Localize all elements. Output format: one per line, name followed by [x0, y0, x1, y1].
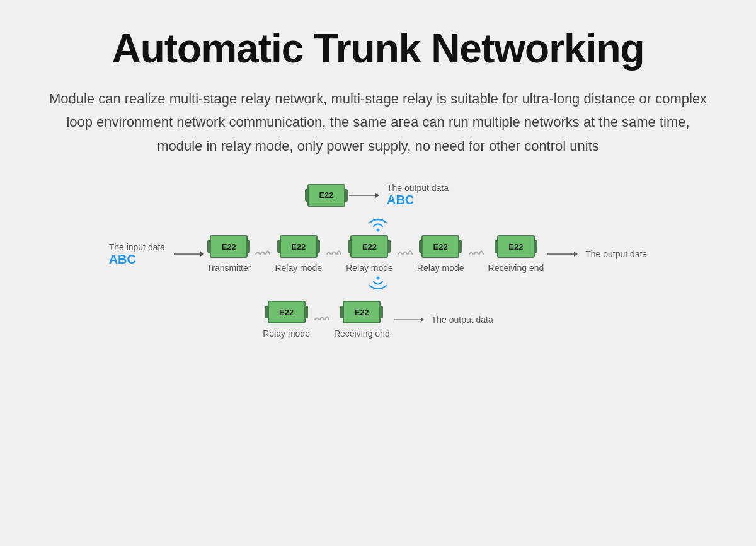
- wave-svg-bottom: [312, 313, 331, 326]
- node-relay-2: E22 Relay mode: [346, 235, 393, 273]
- wave-svg-1: [253, 248, 272, 260]
- wave-2: [324, 248, 343, 260]
- wifi-up-icon: [367, 214, 389, 233]
- svg-point-7: [377, 277, 380, 280]
- input-text: The input data: [109, 242, 166, 252]
- node-relay-1: E22 Relay mode: [275, 235, 322, 273]
- top-row: E22 The output data ABC: [307, 183, 449, 207]
- wave-bottom: [312, 313, 331, 326]
- description-text: Module can realize multi-stage relay net…: [47, 87, 709, 158]
- node-transmitter: E22 Transmitter: [207, 235, 251, 273]
- input-abc: ABC: [109, 252, 136, 267]
- module-receiving-end: E22: [497, 235, 535, 258]
- wifi-up-svg: [367, 214, 389, 233]
- wave-svg-2: [324, 248, 343, 260]
- node-relay-3: E22 Relay mode: [417, 235, 464, 273]
- wave-4: [467, 248, 486, 260]
- top-module-group: E22: [307, 184, 345, 207]
- wave-3: [396, 248, 415, 260]
- module-transmitter: E22: [210, 235, 248, 258]
- wifi-down-svg: [367, 276, 389, 294]
- middle-output-text: The output data: [585, 249, 647, 259]
- svg-marker-6: [574, 252, 578, 257]
- input-label: The input data ABC: [109, 242, 166, 267]
- page-title: Automatic Trunk Networking: [112, 25, 644, 72]
- label-transmitter: Transmitter: [207, 263, 251, 273]
- svg-marker-4: [200, 252, 204, 257]
- wave-svg-3: [396, 248, 415, 260]
- diagram-area: E22 The output data ABC The input data A…: [38, 183, 718, 339]
- module-relay-2: E22: [350, 235, 388, 258]
- svg-marker-9: [421, 318, 424, 322]
- label-bottom-relay: Relay mode: [263, 328, 310, 339]
- top-output-text: The output data: [387, 183, 449, 193]
- node-receiving-end: E22 Receiving end: [488, 235, 544, 273]
- arrow-icon: [348, 190, 379, 201]
- wifi-down-icon: [367, 276, 389, 294]
- top-arrow: [348, 190, 379, 201]
- bottom-output-text: The output data: [432, 315, 493, 325]
- module-relay-3: E22: [421, 235, 459, 258]
- svg-marker-1: [375, 193, 379, 198]
- arrow-out-icon: [546, 248, 578, 260]
- module-bottom-relay: E22: [268, 301, 306, 323]
- label-relay-3: Relay mode: [417, 263, 464, 273]
- arrow-bottom-out-icon: [392, 314, 424, 325]
- arrow-in-icon: [173, 248, 204, 260]
- svg-point-2: [377, 229, 380, 232]
- middle-output-label: The output data: [585, 249, 647, 259]
- top-output-label: The output data ABC: [387, 183, 449, 207]
- top-output-data: ABC: [387, 193, 414, 207]
- module-relay-1: E22: [280, 235, 318, 258]
- bottom-row: E22 Relay mode E22 Receiving end The ou: [263, 301, 493, 339]
- middle-row: The input data ABC E22 Transmitter E22: [109, 235, 648, 273]
- wave-1: [253, 248, 272, 260]
- arrow-in: [173, 248, 204, 260]
- top-module: E22: [307, 184, 345, 207]
- arrow-bottom-out: [392, 314, 424, 325]
- node-bottom-relay: E22 Relay mode: [263, 301, 310, 339]
- label-bottom-receiving: Receiving end: [334, 328, 390, 339]
- label-relay-2: Relay mode: [346, 263, 393, 273]
- wave-svg-4: [467, 248, 486, 260]
- arrow-out: [546, 248, 578, 260]
- label-receiving-end: Receiving end: [488, 263, 544, 273]
- label-relay-1: Relay mode: [275, 263, 322, 273]
- bottom-output-label: The output data: [432, 315, 493, 325]
- module-bottom-receiving: E22: [343, 301, 381, 323]
- node-bottom-receiving: E22 Receiving end: [334, 301, 390, 339]
